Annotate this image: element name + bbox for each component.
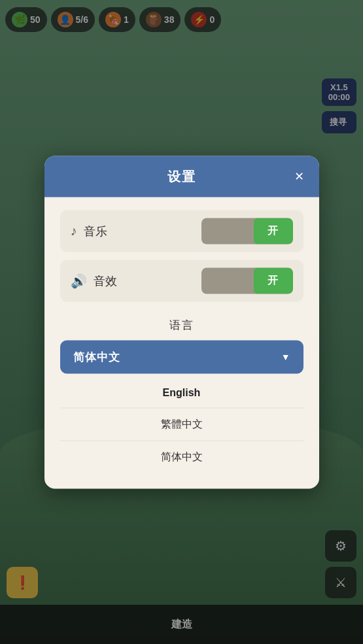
- selected-language-label: 简体中文: [73, 349, 120, 364]
- language-options-list: English 繁體中文 简体中文: [60, 377, 303, 473]
- music-toggle-on-label: 开: [254, 218, 293, 244]
- lang-traditional-chinese-label: 繁體中文: [161, 418, 203, 429]
- sfx-toggle[interactable]: 开: [201, 267, 293, 294]
- modal-close-button[interactable]: ✕: [290, 167, 309, 186]
- sfx-toggle-on-label: 开: [254, 267, 293, 294]
- music-row: ♪ 音乐 开: [60, 210, 303, 252]
- language-section: 语言 简体中文 ▼ English 繁體中文 简体中文: [60, 317, 303, 473]
- lang-simplified-chinese-label: 简体中文: [161, 450, 203, 462]
- music-label: ♪ 音乐: [71, 223, 107, 239]
- modal-body: ♪ 音乐 开 🔊 音效 开 语言 简体中文 ▼: [44, 197, 319, 488]
- music-icon: ♪: [71, 224, 77, 239]
- language-section-label: 语言: [60, 317, 303, 332]
- language-dropdown-trigger[interactable]: 简体中文 ▼: [60, 340, 303, 373]
- lang-english-label: English: [163, 386, 201, 398]
- sfx-label: 🔊 音效: [71, 273, 117, 288]
- lang-option-simplified-chinese[interactable]: 简体中文: [60, 441, 303, 473]
- dropdown-arrow-icon: ▼: [281, 352, 290, 362]
- settings-modal: 设置 ✕ ♪ 音乐 开 🔊 音效 开 语言: [44, 156, 319, 488]
- sfx-row: 🔊 音效 开: [60, 260, 303, 301]
- music-text: 音乐: [84, 223, 107, 239]
- modal-header: 设置 ✕: [44, 156, 319, 197]
- sfx-icon: 🔊: [71, 273, 87, 288]
- lang-option-english[interactable]: English: [60, 377, 303, 408]
- sfx-text: 音效: [94, 273, 117, 288]
- modal-title: 设置: [167, 167, 196, 185]
- music-toggle[interactable]: 开: [201, 218, 293, 244]
- lang-option-traditional-chinese[interactable]: 繁體中文: [60, 408, 303, 441]
